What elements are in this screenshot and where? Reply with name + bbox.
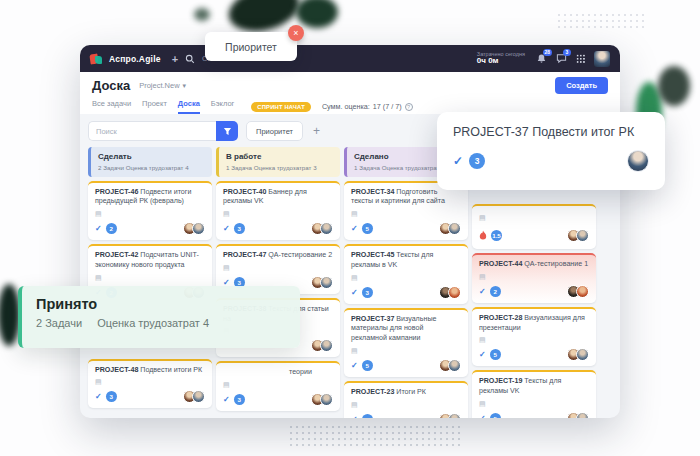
score-value: 17 (7 / 7) [373,102,402,111]
tab-item[interactable]: Бэклог [211,99,234,114]
search-icon[interactable] [185,54,195,64]
task-card[interactable]: PROJECT-48 Подвести итоги РК▤✓3 [88,359,212,409]
check-icon: ✓ [95,224,102,233]
app-name: Аспро.Agile [109,54,161,64]
page: Аспро.Agile + Сп Затрачено сегодня 0ч 0м… [0,0,700,456]
task-footer: ✓3 [351,286,461,299]
app-window: Аспро.Agile + Сп Затрачено сегодня 0ч 0м… [80,45,620,418]
decor-dark-right [658,66,690,106]
bell-icon[interactable]: 28 [536,53,547,64]
description-icon: ▤ [479,336,589,343]
score-label: Сумм. оценка: [322,102,370,111]
add-filter-button[interactable]: + [313,125,320,137]
task-footer: ✓3 [95,390,205,403]
topbar: Аспро.Agile + Сп Затрачено сегодня 0ч 0м… [80,45,620,72]
task-title: PROJECT-47 QA-тестирование 2 [223,251,333,261]
avatar [448,222,461,235]
column-header: В работе1 Задача Оценка трудозатрат 3 [216,147,340,177]
column-meta: 1 Задача Оценка трудозатрат 3 [226,164,333,171]
task-card[interactable]: PROJECT-46 Подвести итоги предыдущей РК … [88,181,212,241]
estimate-badge: 3 [469,153,485,169]
project-name: Project.New [139,81,179,90]
task-title: теории [223,368,333,378]
priority-tooltip-label: Приоритет [225,41,277,53]
assignee-avatars [567,229,589,242]
task-card[interactable]: PROJECT-37 Визуальные материалы для ново… [344,308,468,377]
avatar [320,339,333,352]
tab-item[interactable]: Все задачи [92,99,131,114]
estimate-badge: 3 [234,394,245,405]
task-card[interactable]: PROJECT-28 Визуализация для презентации▤… [472,307,596,367]
task-card[interactable]: PROJECT-23 Итоги РК▤✓6 [344,381,468,418]
assignee-avatars [439,222,461,235]
task-title: PROJECT-28 Визуализация для презентации [479,314,589,334]
accepted-estimate: Оценка трудозатрат 4 [97,317,209,329]
task-card[interactable]: теории▤✓3 [216,361,340,411]
priority-filter-chip[interactable]: Приоритет [246,121,303,141]
task-footer: ✓2 [95,222,205,235]
description-icon: ▤ [95,210,205,217]
assignee-avatars [567,348,589,361]
time-value: 0ч 0м [477,57,525,66]
time-tracker: Затрачено сегодня 0ч 0м [477,51,525,66]
task-card[interactable]: PROJECT-40 Баннер для рекламы VK▤✓3 [216,181,340,241]
decor-dots-bottom [288,424,460,448]
description-icon: ▤ [351,401,461,408]
task-title: PROJECT-46 Подвести итоги предыдущей РК … [95,188,205,208]
estimate-badge: 5 [362,223,373,234]
task-card[interactable]: PROJECT-44 QA-тестирование 1▤✓2 [472,253,596,303]
add-icon[interactable]: + [172,53,178,65]
description-icon: ▤ [479,214,589,221]
estimate-badge: 2 [106,223,117,234]
chat-icon[interactable]: 3 [556,53,567,64]
project-selector[interactable]: Project.New ▾ [139,81,186,90]
check-icon: ✓ [351,224,358,233]
task-card[interactable]: ▤1.5 [472,204,596,249]
info-icon[interactable]: ? [405,103,413,111]
check-icon: ✓ [223,395,230,404]
task-popup[interactable]: PROJECT-37 Подвести итог РК ✓ 3 [437,112,665,190]
close-icon[interactable]: × [288,25,304,41]
estimate-badge: 3 [362,287,373,298]
task-card[interactable]: PROJECT-45 Тексты для рекламы в VK▤✓3 [344,244,468,304]
board-column: Сделать2 Задачи Оценка трудозатрат 4PROJ… [88,147,212,408]
task-title: PROJECT-34 Подготовить тексты и картинки… [351,188,461,208]
estimate-badge: 1.5 [491,230,502,241]
avatar [576,285,589,298]
task-popup-title: PROJECT-37 Подвести итог РК [453,125,649,139]
sprint-status-badge: СПРИНТ НАЧАТ [251,102,311,112]
assignee-avatars [183,222,205,235]
task-title: PROJECT-48 Подвести итоги РК [95,366,205,376]
filter-funnel-button[interactable] [216,121,238,141]
task-footer: ✓2 [479,285,589,298]
estimate-badge: 5 [490,349,501,360]
column-header: Сделать2 Задачи Оценка трудозатрат 4 [88,147,212,177]
check-icon: ✓ [223,224,230,233]
accepted-tasks: 2 Задачи [36,317,82,329]
avatar [320,393,333,406]
accepted-subtitle: 2 Задачи Оценка трудозатрат 4 [36,317,286,329]
apps-grid-icon[interactable] [576,54,585,63]
task-footer: ✓5 [351,359,461,372]
description-icon: ▤ [351,210,461,217]
board-header-zone: Доска Project.New ▾ Создать Все задачиПр… [80,72,620,114]
user-avatar[interactable] [594,51,610,67]
tab-item[interactable]: Проект [142,99,167,114]
check-icon: ✓ [453,154,463,168]
description-icon: ▤ [479,273,589,280]
assignee-avatars [567,412,589,418]
avatar [320,222,333,235]
assignee-avatars [567,285,589,298]
task-footer: ✓5 [351,222,461,235]
assignee-avatars [311,339,333,352]
accepted-callout: Принято 2 Задачи Оценка трудозатрат 4 [18,286,300,348]
task-card[interactable]: PROJECT-19 Тексты для рекламы VK▤✓5 [472,370,596,418]
tab-active[interactable]: Доска [178,99,200,114]
avatar [192,390,205,403]
search-input[interactable] [88,121,216,141]
task-footer: ✓3 [223,393,333,406]
decor-dots-topright [556,12,648,30]
priority-tooltip: Приоритет × [205,32,297,61]
create-button[interactable]: Создать [555,77,608,94]
check-icon: ✓ [479,414,486,418]
